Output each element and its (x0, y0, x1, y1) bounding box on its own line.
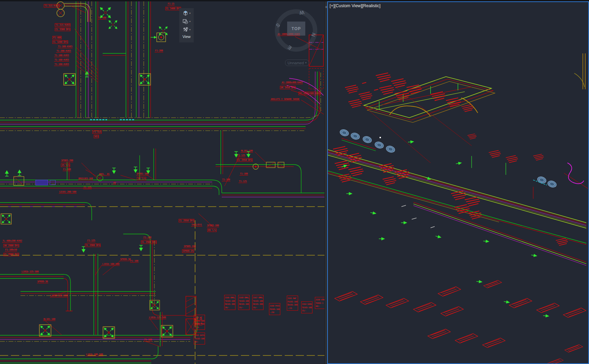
duct-label: F1-125 (83, 186, 92, 189)
room-table: 3164 GARDTD103-100 15/- (301, 301, 312, 313)
duct-label: T1-200-KV03 (56, 50, 71, 53)
duct-label: F1-125 (87, 239, 95, 242)
riser-group-b (103, 1, 151, 118)
duct-label: CL 3400 ÖFG (165, 7, 181, 10)
duct-label: L101b-125-500 (149, 316, 166, 319)
ceiling-diffusers-top (64, 74, 151, 85)
room-table: 3163 DATATD103-100 10/- (194, 333, 205, 344)
view-cube-icon (182, 10, 189, 16)
duct-label: CL 2950 ÖFG (179, 219, 194, 222)
duct-label: SP201-100 (136, 172, 149, 176)
left-viewport[interactable]: T1-315-KV03 T1-315-KV03 CL 3300 ÖFG P1-4… (0, 1, 324, 364)
duct-label: T1-100-KV03 (54, 54, 69, 57)
iso-drawing (328, 2, 588, 363)
chevron-down-icon: ▾ (189, 20, 191, 23)
room-table: 3167 OMKLTD103-100 ÖD101-30015/- (252, 295, 264, 310)
toolbar-title: View (182, 35, 191, 39)
duct-label: L101b-160-500 (102, 263, 120, 266)
duct-label: BRGS103-160 (78, 177, 93, 180)
duct-label: F1-100 (130, 260, 139, 263)
crosshair-cursor (380, 137, 381, 138)
duct-label: SP803-160 (207, 224, 219, 227)
duct-label: SPR99-30 (37, 280, 48, 283)
duct-label: A1-1000x400-KA03 (281, 81, 303, 84)
duct-label: T1-315-KV03 (55, 23, 71, 27)
room-table: 3159 VÄNTD602-1 40/- (315, 297, 324, 309)
duct-label: T1-125 (239, 180, 247, 183)
duct-label: TA01/EV1 (191, 223, 202, 226)
duct-label: 10 l/s (137, 177, 146, 180)
duct-device (151, 33, 166, 42)
chevron-down-icon: ▾ (189, 28, 191, 31)
duct-label: P1-400 (52, 36, 62, 39)
chevron-down-icon: ▾ (305, 61, 307, 64)
duct-label: L101b-125-500 (21, 270, 39, 273)
view-toolbar: ▾ ▾ ▾ View (179, 8, 194, 42)
pan-zoom-arrows-icon (182, 27, 189, 33)
duct-label: T1-160-KV03 (54, 58, 69, 62)
duct-label: T1-160-KV03 (54, 63, 69, 66)
duct-label: ANSL. AS (99, 173, 110, 176)
duct-label: CL 2950 ÖFG (237, 158, 253, 162)
duct-label: T1-160-KV03 (57, 45, 73, 48)
duct-label: LD101-200-500 (59, 191, 77, 194)
duct-label: CL 2900 ÖFG (85, 244, 101, 247)
ucs-selector[interactable]: Unnamed ▾ (285, 60, 309, 66)
ceiling-diffusers-bottom (39, 245, 173, 338)
visual-styles-button[interactable]: ▾ (180, 17, 193, 26)
room-table: 3165 WCFD101-100 ÖD101-300-/15 (194, 315, 205, 330)
iso-annotation-clusters (333, 73, 568, 245)
duct-label: VG1 (94, 135, 99, 138)
duct-label: CL 2900 ÖFG (3, 253, 19, 256)
right-viewport-active[interactable]: [+][Custom View][Realistic] (327, 1, 589, 364)
duct-label: SP803-200 (61, 159, 73, 162)
main-duct-bundle (0, 72, 321, 174)
iso-room-tables (335, 280, 586, 363)
riser-group-a (76, 1, 98, 118)
duct-label: 25 l/s (61, 164, 70, 167)
duct-label: A1-1000x500-KA03 (298, 92, 321, 95)
duct-label: SPR99-25 (182, 249, 194, 253)
visual-styles-icon (182, 18, 189, 25)
duct-label: T1-100 (222, 178, 230, 181)
viewcube-top-face[interactable]: TOP (287, 22, 305, 36)
viewport-controls-label[interactable]: [+][Custom View][Realistic] (330, 3, 381, 8)
duct-label: F1-100 (63, 168, 71, 171)
fan-units (339, 128, 557, 188)
room-table: 3168 OMKLTD103-100 ÖD101-30015/- (238, 295, 249, 310)
duct-label: T1-100 (98, 16, 106, 20)
iso-duct-loop (362, 77, 495, 122)
duct-label: T1-315-KV03 (44, 4, 60, 8)
viewcube[interactable]: TOP S W N E (275, 9, 317, 52)
room-table: 3166 OMKLTD103-100 ÖD101-30020/- (224, 295, 235, 310)
duct-label: F1-100x50 (5, 248, 17, 251)
duct-label: L101b-100-500 (86, 353, 103, 356)
named-views-button[interactable]: ▾ (180, 9, 193, 17)
duct-label: RL101-100 (43, 318, 55, 321)
duct-label: F1-15 (167, 2, 175, 5)
duct-label: SPR99-30 (120, 258, 131, 261)
duct-label: ANSLUTS I SENARE SKEDE (270, 98, 300, 101)
bottom-duct-runs (0, 234, 197, 363)
duct-label: 7L-400x200-KV02 (2, 239, 22, 243)
duct-label: F1-315 (92, 130, 102, 134)
duct-label: UK 3450 ÖFG (280, 86, 296, 89)
autocad-drawing-area: T1-315-KV03 T1-315-KV03 CL 3300 ÖFG P1-4… (0, 0, 589, 364)
duct-label: AS (113, 181, 116, 184)
duct-label: T1-125 (237, 154, 245, 157)
duct-label: SP809-160 (183, 245, 196, 248)
room-table: 3161 RWCFD101-100 ÖD101-300-/15 (287, 296, 298, 311)
duct-label: CL 2900 ÖFG (141, 240, 157, 244)
duct-label: T1-100 (144, 338, 152, 341)
duct-label: L101b-160-500 (50, 294, 68, 297)
compass-west[interactable]: W (299, 10, 305, 16)
mid-duct-run (0, 148, 324, 220)
chevron-down-icon: ▾ (189, 12, 191, 15)
duct-label: RL101-100 (241, 150, 253, 153)
ucs-label: Unnamed (287, 61, 304, 65)
duct-label: T1-100 (240, 172, 248, 176)
duct-label: F1-200 (155, 49, 163, 52)
room-table: 3160 PASSFD101-160 -/50 (269, 303, 280, 315)
duct-label: 65 l/s (207, 229, 217, 232)
pan-zoom-button[interactable]: ▾ (180, 26, 193, 34)
